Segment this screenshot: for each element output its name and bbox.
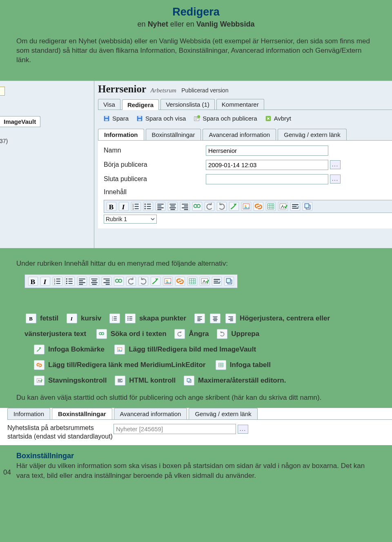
tab-kommentarer[interactable]: Kommentarer — [216, 99, 264, 110]
end-note: Du kan även välja starttid och sluttid f… — [16, 393, 372, 403]
subtab-avancerad[interactable]: Avancerad information — [114, 408, 187, 419]
find-icon — [96, 329, 107, 339]
maximize-icon — [184, 376, 194, 385]
subtab-boxinstallningar[interactable]: Boxinställningar — [52, 408, 112, 419]
undo-icon[interactable] — [205, 202, 214, 211]
spellcheck-icon[interactable] — [278, 202, 288, 211]
table-icon — [187, 277, 197, 286]
panel-icon[interactable] — [0, 87, 5, 96]
box-list-label: Nyhetslista på arbetsrummets startsida (… — [7, 424, 114, 441]
maximize-icon — [224, 277, 234, 286]
html-icon — [212, 277, 222, 286]
name-label: Namn — [104, 147, 206, 154]
spellcheck-icon — [200, 277, 209, 286]
start-input[interactable] — [206, 160, 328, 170]
align-right-icon — [102, 277, 111, 286]
main-tabs: Visa Redigera Versionslista (1) Kommenta… — [98, 99, 392, 110]
align-center-icon — [89, 277, 99, 286]
left-version-text: .2.27237) — [0, 138, 40, 144]
bullet-list-icon — [125, 314, 136, 323]
subtab-avancerad[interactable]: Avancerad information — [203, 129, 276, 140]
maximize-icon[interactable] — [303, 202, 312, 211]
bold-icon — [26, 314, 36, 323]
redo-icon — [138, 277, 148, 286]
link-icon — [175, 277, 185, 286]
redo-icon — [217, 329, 227, 339]
italic-icon[interactable] — [119, 202, 129, 211]
html-icon[interactable] — [290, 202, 300, 211]
italic-icon — [40, 277, 50, 286]
link-icon[interactable] — [254, 202, 263, 211]
save-view-button[interactable]: Spara och visa — [136, 115, 186, 122]
save-button[interactable]: Spara — [103, 115, 129, 122]
align-right-icon[interactable] — [180, 202, 190, 211]
subtab-information[interactable]: Information — [98, 129, 144, 140]
subtab-genvag[interactable]: Genväg / extern länk — [278, 129, 346, 140]
start-picker-button[interactable]: ... — [330, 160, 341, 169]
cancel-button[interactable]: Avbryt — [265, 115, 291, 122]
align-center-icon[interactable] — [168, 202, 178, 211]
undo-icon — [126, 277, 136, 286]
align-left-icon — [77, 277, 87, 286]
editor-toolbar — [104, 200, 392, 213]
icon-explanations: fetstil kursiv skapa punkter Högerjuster… — [24, 314, 372, 385]
image-icon — [114, 345, 125, 354]
box-picker-button[interactable]: ... — [238, 425, 248, 434]
ordered-list-icon[interactable] — [131, 202, 141, 211]
bookmark-icon — [34, 345, 45, 354]
image-icon — [163, 277, 173, 286]
tab-visa[interactable]: Visa — [98, 99, 120, 110]
bookmark-icon — [151, 277, 160, 286]
ordered-list-icon — [109, 314, 120, 323]
toolbar-sample — [24, 274, 238, 288]
editor-heading: Herrsenior Arbetsrum Publicerad version — [98, 83, 392, 95]
box-list-input[interactable] — [114, 424, 236, 434]
tab-redigera[interactable]: Redigera — [122, 99, 159, 110]
undo-icon — [174, 329, 185, 339]
link-icon — [34, 360, 45, 370]
tab-versionslista[interactable]: Versionslista (1) — [160, 99, 215, 110]
subtab-genvag[interactable]: Genväg / extern länk — [189, 408, 257, 419]
stop-picker-button[interactable]: ... — [330, 175, 341, 184]
boxinstallningar-screenshot: Information Boxinställningar Avancerad i… — [0, 408, 392, 445]
redo-icon[interactable] — [217, 202, 227, 211]
start-label: Börja publicera — [104, 161, 206, 168]
find-icon[interactable] — [192, 202, 202, 211]
table-icon — [216, 360, 226, 370]
bold-icon — [28, 277, 38, 286]
table-icon[interactable] — [266, 202, 276, 211]
intro-paragraph: Om du redigerar en Nyhet (webbsida) elle… — [16, 37, 376, 65]
html-icon — [115, 376, 125, 385]
page-number: 04 — [3, 468, 11, 477]
bullet-list-icon[interactable] — [143, 202, 153, 211]
bullet-list-icon — [65, 277, 75, 286]
left-tab-imagevault[interactable]: ImageVault — [0, 116, 40, 127]
align-right-icon — [225, 314, 236, 323]
subtab-information[interactable]: Information — [7, 408, 50, 419]
ordered-list-icon — [53, 277, 62, 286]
spellcheck-icon — [34, 376, 45, 385]
bookmark-icon[interactable] — [229, 202, 239, 211]
find-icon — [114, 277, 124, 286]
box-explanation: Boxinställningar Här väljer du vilken in… — [16, 451, 372, 481]
page-title: Redigera — [16, 6, 376, 18]
page-subtitle: en Nyhet eller en Vanlig Webbsida — [16, 20, 376, 29]
align-left-icon — [194, 314, 205, 323]
align-left-icon[interactable] — [156, 202, 165, 211]
image-icon[interactable] — [241, 202, 251, 211]
align-center-icon — [210, 314, 220, 323]
subtabs: Information Boxinställningar Avancerad i… — [98, 129, 392, 141]
save-publish-button[interactable]: Spara och publicera — [193, 115, 257, 122]
subtab-boxinstallningar[interactable]: Boxinställningar — [146, 129, 201, 140]
italic-icon — [67, 314, 77, 323]
editor-screenshot: ter ImageVault .2.27237) Herrsenior Arbe… — [0, 81, 392, 248]
name-input[interactable] — [206, 146, 328, 156]
bold-icon[interactable] — [107, 202, 116, 211]
